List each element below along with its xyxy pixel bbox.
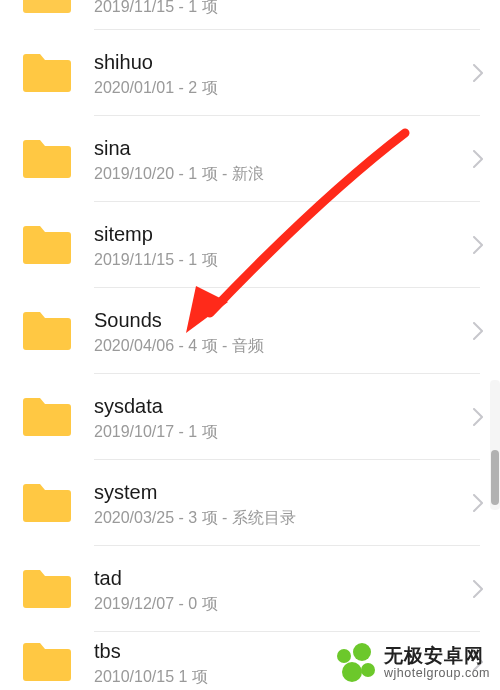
folder-row-sounds[interactable]: Sounds 2020/04/06 - 4 项 - 音频 [0, 288, 500, 374]
folder-icon [20, 395, 74, 439]
folder-icon [20, 223, 74, 267]
watermark-title: 无极安卓网 [384, 646, 490, 667]
watermark-logo-icon [334, 642, 376, 684]
folder-meta: 2019/10/20 - 1 项 - 新浪 [94, 163, 464, 185]
folder-icon [20, 0, 74, 16]
folder-meta: 2020/03/25 - 3 项 - 系统目录 [94, 507, 464, 529]
folder-row[interactable]: sina 2019/10/20 - 1 项 - 新浪 [0, 116, 500, 202]
watermark-sub: wjhotelgroup.com [384, 667, 490, 681]
chevron-right-icon [464, 408, 492, 426]
chevron-right-icon [464, 150, 492, 168]
folder-icon [20, 640, 74, 684]
scrollbar[interactable] [490, 380, 500, 510]
folder-meta: 2020/04/06 - 4 项 - 音频 [94, 335, 464, 357]
folder-meta: 2019/11/15 - 1 项 [94, 249, 464, 271]
scrollbar-thumb[interactable] [491, 450, 499, 505]
chevron-right-icon [464, 236, 492, 254]
svg-point-1 [337, 649, 351, 663]
folder-name: sitemp [94, 221, 464, 247]
folder-row[interactable]: tad 2019/12/07 - 0 项 [0, 546, 500, 632]
folder-row[interactable]: 2019/11/15 - 1 项 [0, 0, 500, 30]
folder-icon [20, 137, 74, 181]
folder-meta: 2019/11/15 - 1 项 [94, 0, 492, 18]
svg-point-4 [361, 663, 375, 677]
svg-point-3 [342, 662, 362, 682]
watermark: 无极安卓网 wjhotelgroup.com [334, 642, 490, 684]
folder-row[interactable]: sitemp 2019/11/15 - 1 项 [0, 202, 500, 288]
folder-name: system [94, 479, 464, 505]
chevron-right-icon [464, 494, 492, 512]
chevron-right-icon [464, 580, 492, 598]
folder-name: shihuo [94, 49, 464, 75]
folder-icon [20, 481, 74, 525]
folder-icon [20, 51, 74, 95]
folder-name: sysdata [94, 393, 464, 419]
folder-row[interactable]: shihuo 2020/01/01 - 2 项 [0, 30, 500, 116]
folder-icon [20, 567, 74, 611]
svg-point-2 [353, 643, 371, 661]
folder-meta: 2019/12/07 - 0 项 [94, 593, 464, 615]
folder-name: Sounds [94, 307, 464, 333]
folder-name: sina [94, 135, 464, 161]
chevron-right-icon [464, 64, 492, 82]
folder-icon [20, 309, 74, 353]
folder-meta: 2019/10/17 - 1 项 [94, 421, 464, 443]
folder-name: tad [94, 565, 464, 591]
folder-row[interactable]: sysdata 2019/10/17 - 1 项 [0, 374, 500, 460]
chevron-right-icon [464, 322, 492, 340]
folder-meta: 2020/01/01 - 2 项 [94, 77, 464, 99]
folder-row[interactable]: system 2020/03/25 - 3 项 - 系统目录 [0, 460, 500, 546]
file-list: 2019/11/15 - 1 项 shihuo 2020/01/01 - 2 项… [0, 0, 500, 690]
